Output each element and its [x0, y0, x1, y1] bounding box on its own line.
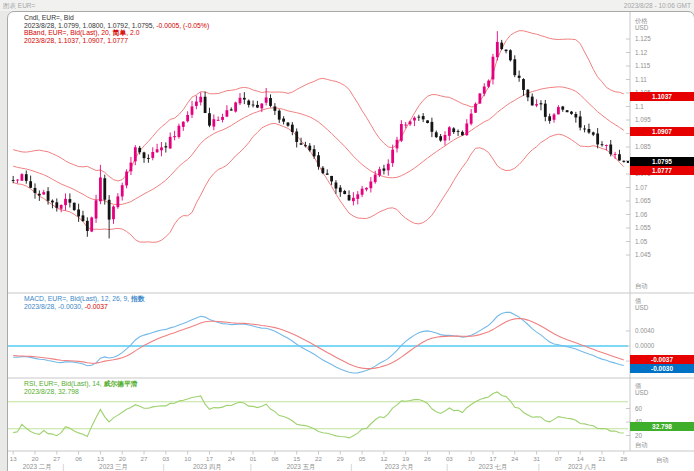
- svg-text:60: 60: [635, 405, 643, 412]
- svg-text:1.06: 1.06: [635, 211, 648, 218]
- axis-badge-1.0907: 1.0907: [630, 127, 694, 136]
- svg-text:10: 10: [468, 455, 475, 462]
- macd-axis-unit: USD: [635, 304, 648, 311]
- axis-badge-1.1037: 1.1037: [630, 92, 694, 101]
- time-axis[interactable]: 1320270613202703101724010815222905121926…: [10, 451, 628, 471]
- bband-ma-type: 简单: [113, 29, 127, 36]
- svg-text:17: 17: [490, 455, 497, 462]
- last-price-marker: [627, 161, 629, 163]
- chart-window: { "window": { "title": "图表 EUR=", "times…: [0, 0, 694, 471]
- svg-text:1.05: 1.05: [635, 238, 648, 245]
- svg-text:06: 06: [75, 455, 82, 462]
- svg-text:12: 12: [380, 455, 387, 462]
- svg-text:08: 08: [271, 455, 278, 462]
- svg-text:14: 14: [577, 455, 584, 462]
- main-legend: Cndl, EUR=, Bid 2023/8/28, 1.0799, 1.080…: [24, 14, 209, 44]
- svg-text:01: 01: [250, 455, 257, 462]
- axis-badge--0.0037: -0.0037: [630, 355, 694, 364]
- axis-badge-32.798: 32.798: [630, 422, 694, 431]
- macd-signal-value: -0.0037: [85, 303, 108, 310]
- macd-panel-series: [8, 312, 628, 373]
- title-bar: 图表 EUR= 2023/8/28 - 10:06 GMT: [0, 0, 694, 11]
- svg-text:|: |: [163, 463, 165, 471]
- svg-text:1.07: 1.07: [635, 184, 648, 191]
- bollinger-bands: [13, 31, 624, 243]
- svg-text:1.065: 1.065: [635, 197, 651, 204]
- month-label: 2023 三月: [99, 463, 128, 471]
- candle-legend-change: -0.0005, (-0.05%): [156, 22, 209, 29]
- time-axis-auto[interactable]: 自动: [656, 456, 669, 465]
- bband-legend-values: 2023/8/28, 1.1037, 1.0907, 1.0777: [24, 37, 209, 45]
- macd-signal-line: [13, 319, 624, 369]
- month-label: 2023 七月: [479, 463, 508, 471]
- svg-text:1.045: 1.045: [635, 251, 651, 258]
- svg-text:0.0000: 0.0000: [635, 342, 655, 349]
- svg-text:20: 20: [635, 432, 643, 439]
- candle-legend-line1: Cndl, EUR=, Bid: [24, 14, 209, 22]
- svg-text:26: 26: [424, 455, 431, 462]
- svg-text:03: 03: [162, 455, 169, 462]
- month-label: 2023 八月: [568, 463, 597, 471]
- svg-text:13: 13: [10, 455, 17, 462]
- svg-text:15: 15: [293, 455, 300, 462]
- svg-text:|: |: [63, 463, 65, 471]
- svg-text:|: |: [446, 463, 448, 471]
- month-label: 2023 六月: [385, 463, 414, 471]
- chart-frame: 1.1251.121.1151.111.1051.11.0951.091.085…: [7, 11, 694, 471]
- svg-text:28: 28: [620, 455, 627, 462]
- candle-legend-ohlc: 2023/8/28, 1.0799, 1.0800, 1.0792, 1.079…: [24, 22, 156, 29]
- svg-text:|: |: [538, 463, 540, 471]
- svg-text:0.0040: 0.0040: [635, 327, 655, 334]
- rsi-smoothing-type: 威尔德平滑: [104, 380, 138, 387]
- macd-legend: MACD, EUR=, Bid(Last), 12, 26, 9, 指数 202…: [24, 295, 145, 310]
- chart-canvas[interactable]: 1.1251.121.1151.111.1051.11.0951.091.085…: [8, 12, 694, 471]
- price-axis-auto[interactable]: 自动: [635, 282, 648, 291]
- svg-text:10: 10: [184, 455, 191, 462]
- svg-text:1.085: 1.085: [635, 143, 651, 150]
- svg-text:22: 22: [315, 455, 322, 462]
- window-title: 图表 EUR=: [3, 0, 35, 11]
- rsi-legend-params: RSI, EUR=, Bid(Last), 14,: [24, 380, 104, 387]
- rsi-legend: RSI, EUR=, Bid(Last), 14, 威尔德平滑 2023/8/2…: [24, 380, 138, 395]
- axis-badge-1.0795: 1.0795: [630, 157, 694, 166]
- svg-text:03: 03: [446, 455, 453, 462]
- rsi-axis-unit: USD: [635, 389, 648, 396]
- svg-text:|: |: [350, 463, 352, 471]
- svg-text:07: 07: [555, 455, 562, 462]
- svg-text:1.1: 1.1: [635, 103, 644, 110]
- svg-text:1.11: 1.11: [635, 76, 647, 83]
- svg-text:13: 13: [97, 455, 104, 462]
- svg-text:19: 19: [402, 455, 409, 462]
- svg-text:20: 20: [119, 455, 126, 462]
- month-label: 2023 二月: [23, 463, 52, 471]
- svg-text:1.055: 1.055: [635, 224, 651, 231]
- svg-text:1.125: 1.125: [635, 35, 651, 42]
- candlestick-series: [12, 31, 629, 238]
- svg-text:05: 05: [359, 455, 366, 462]
- svg-text:27: 27: [53, 455, 60, 462]
- rsi-legend-value: 2023/8/28, 32.798: [24, 388, 138, 396]
- macd-legend-value: 2023/8/28, -0.0030,: [24, 303, 85, 310]
- macd-legend-params: MACD, EUR=, Bid(Last), 12, 26, 9,: [24, 295, 131, 302]
- svg-text:24: 24: [511, 455, 518, 462]
- window-timestamp: 2023/8/28 - 10:06 GMT: [624, 0, 691, 11]
- rsi-line: [13, 392, 624, 438]
- rsi-axis-auto[interactable]: 自动: [635, 441, 648, 450]
- axis-badge--0.0030: -0.0030: [630, 364, 694, 373]
- svg-text:27: 27: [141, 455, 148, 462]
- svg-text:24: 24: [228, 455, 235, 462]
- axis-badge-1.0777: 1.0777: [630, 166, 694, 175]
- svg-text:1.095: 1.095: [635, 116, 651, 123]
- rsi-panel-series: [8, 392, 628, 438]
- price-axis-unit: USD: [635, 24, 648, 31]
- svg-text:31: 31: [533, 455, 540, 462]
- svg-text:29: 29: [337, 455, 344, 462]
- svg-text:1.115: 1.115: [635, 62, 651, 69]
- svg-text:17: 17: [206, 455, 213, 462]
- svg-text:20: 20: [32, 455, 39, 462]
- bband-legend-params: BBand, EUR=, Bid(Last), 20,: [24, 29, 113, 36]
- month-label: 2023 四月: [193, 463, 222, 471]
- month-label: 2023 五月: [287, 463, 316, 471]
- svg-text:1.12: 1.12: [635, 49, 648, 56]
- macd-ma-type: 指数: [131, 295, 145, 302]
